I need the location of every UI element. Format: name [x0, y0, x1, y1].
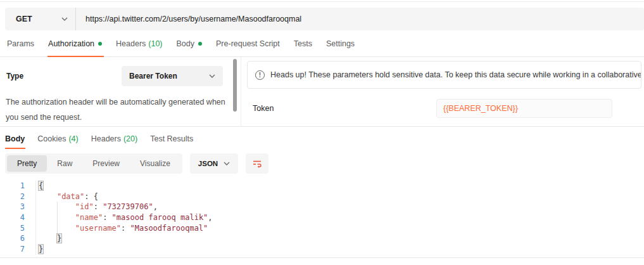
auth-type-select[interactable]: Bearer Token [122, 66, 223, 86]
url-input[interactable]: https://api.twitter.com/2/users/by/usern… [76, 15, 301, 23]
json-token-key: "username" [75, 224, 121, 233]
code-line: 2 "data": { [0, 191, 644, 202]
auth-right-pane: ! Heads up! These parameters hold sensit… [241, 57, 644, 126]
json-token-punc: : [103, 213, 111, 222]
line-number: 7 [0, 244, 36, 255]
tab-label: Headers [91, 134, 121, 143]
tab-test-results[interactable]: Test Results [144, 127, 199, 151]
tab-label: Settings [326, 39, 355, 48]
line-number: 1 [0, 181, 36, 191]
indent-guide [57, 202, 58, 212]
view-mode-segmented-control: PrettyRawPreviewVisualize [5, 153, 182, 174]
chevron-down-icon [224, 162, 230, 165]
warning-banner: ! Heads up! These parameters hold sensit… [247, 61, 641, 89]
view-mode-pretty[interactable]: Pretty [7, 155, 47, 172]
top-divider [0, 1, 644, 2]
json-token-punc: : [84, 192, 93, 201]
tab-headers[interactable]: Headers(10) [109, 30, 169, 56]
language-select[interactable]: JSON [190, 153, 238, 174]
json-token-punc-hl: { [39, 181, 43, 190]
code-line: 4 "name": "masood farooq malik", [0, 212, 644, 223]
view-mode-visualize[interactable]: Visualize [130, 155, 180, 172]
language-label: JSON [198, 160, 218, 167]
tab-count: (10) [148, 39, 162, 48]
scrollbar-thumb[interactable] [233, 59, 237, 112]
tab-label: Body [5, 134, 25, 143]
view-mode-preview[interactable]: Preview [82, 155, 130, 172]
code-line-content: { [36, 181, 43, 191]
request-url-bar: GET https://api.twitter.com/2/users/by/u… [5, 8, 644, 30]
code-line: 6 } [0, 233, 644, 244]
tab-label: Tests [294, 39, 312, 48]
code-line: 5 "username": "Masoodfarooqmal" [0, 223, 644, 234]
tab-authorization[interactable]: Authorization [41, 30, 109, 56]
json-token-key: "id" [75, 202, 94, 211]
tab-label: Body [177, 39, 195, 48]
code-line: 1{ [0, 181, 644, 191]
auth-left-pane: Type Bearer Token The authorization head… [0, 57, 241, 126]
json-token-str: "Masoodfarooqmal" [130, 224, 208, 233]
code-line-content: "username": "Masoodfarooqmal" [36, 223, 208, 234]
code-line-content: "name": "masood farooq malik", [36, 212, 213, 223]
green-dot-icon [198, 42, 202, 46]
authorization-panel: Type Bearer Token The authorization head… [0, 57, 644, 127]
tab-body[interactable]: Body [0, 127, 31, 151]
json-token-key: "name" [75, 213, 103, 222]
tab-tests[interactable]: Tests [287, 30, 319, 56]
tab-label: Cookies [37, 134, 66, 143]
code-line: 7} [0, 244, 644, 255]
json-token-punc-hl: } [57, 234, 61, 243]
response-viewer-toolbar: PrettyRawPreviewVisualize JSON [5, 153, 644, 174]
tab-cookies[interactable]: Cookies(4) [31, 127, 84, 151]
method-select[interactable]: GET [5, 8, 76, 30]
wrap-text-button[interactable] [246, 153, 268, 174]
json-token-punc: : [94, 202, 103, 211]
code-line-content: "id": "732739706", [36, 202, 158, 212]
method-label: GET [16, 15, 32, 23]
auth-type-label: Type [6, 72, 122, 81]
tab-label: Test Results [150, 134, 193, 143]
tab-body[interactable]: Body [170, 30, 210, 56]
line-number: 2 [0, 191, 36, 202]
json-token-punc: , [153, 202, 158, 211]
json-token-str: "732739706" [103, 202, 153, 211]
code-line-content: } [36, 244, 43, 255]
token-input[interactable]: {{BEARER_TOKEN}} [436, 99, 612, 118]
json-token-punc-hl: } [39, 245, 43, 254]
tab-pre-request-script[interactable]: Pre-request Script [209, 30, 287, 56]
line-number: 3 [0, 202, 36, 212]
line-number: 6 [0, 233, 36, 244]
request-tabs: ParamsAuthorizationHeaders(10)BodyPre-re… [0, 30, 644, 57]
code-line-content: } [36, 233, 61, 244]
tab-label: Params [7, 39, 34, 48]
tab-label: Pre-request Script [216, 39, 280, 48]
tab-label: Authorization [48, 39, 94, 48]
json-token-str: "masood farooq malik" [112, 213, 208, 222]
token-label: Token [253, 104, 436, 113]
tab-count: (20) [123, 134, 137, 143]
chevron-down-icon [209, 74, 215, 78]
line-number: 4 [0, 212, 36, 223]
green-dot-icon [98, 42, 102, 46]
line-number: 5 [0, 223, 36, 234]
warning-text: Heads up! These parameters hold sensitiv… [270, 70, 641, 79]
code-line-content: "data": { [36, 191, 98, 202]
json-token-punc: { [94, 192, 98, 201]
tab-settings[interactable]: Settings [319, 30, 362, 56]
code-editor: 1{2 "data": {3 "id": "732739706",4 "name… [0, 179, 644, 258]
alert-circle-icon: ! [255, 70, 265, 80]
tab-headers[interactable]: Headers(20) [85, 127, 144, 151]
chevron-down-icon [61, 17, 68, 21]
json-token-punc: , [208, 213, 212, 222]
json-token-key: "data" [57, 192, 84, 201]
token-value: {{BEARER_TOKEN}} [443, 104, 518, 113]
view-mode-raw[interactable]: Raw [47, 155, 82, 172]
indent-guide [57, 223, 58, 234]
json-token-punc: : [121, 224, 130, 233]
tab-label: Headers [116, 39, 146, 48]
response-tabs: BodyCookies(4)Headers(20)Test Results [0, 127, 644, 151]
auth-helper-text: The authorization header will be automat… [6, 94, 229, 125]
code-line: 3 "id": "732739706", [0, 202, 644, 212]
wrap-text-icon [252, 158, 262, 169]
tab-params[interactable]: Params [0, 30, 41, 56]
